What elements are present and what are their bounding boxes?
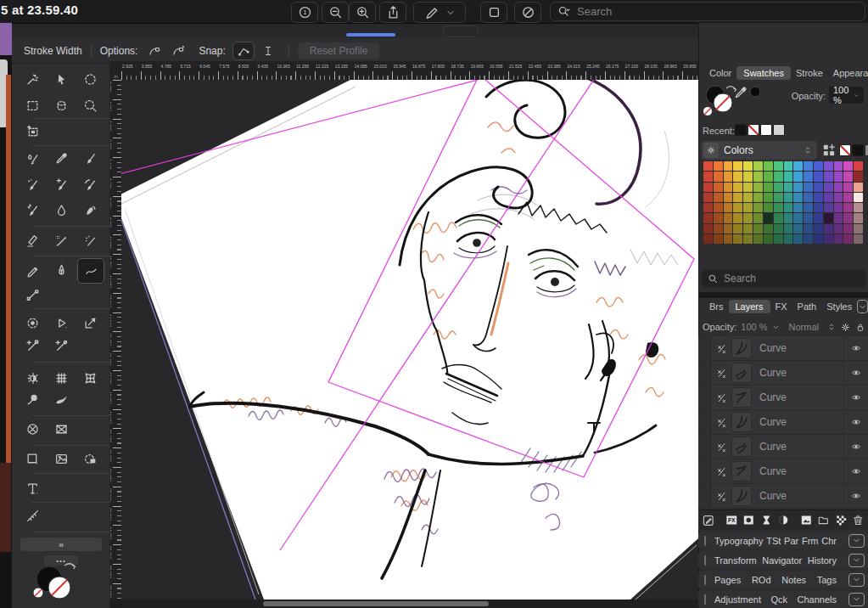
panel-tab-typography[interactable]: Typography — [714, 536, 763, 546]
swoosh-brush-tool[interactable] — [50, 388, 72, 410]
ellipse-marquee-tool[interactable] — [79, 68, 101, 90]
palette-swatch[interactable] — [784, 172, 793, 181]
palette-swatch[interactable] — [733, 193, 742, 202]
palette-swatch[interactable] — [854, 234, 863, 244]
adjustment-hourglass-button[interactable] — [760, 514, 773, 526]
palette-swatch[interactable] — [843, 203, 853, 212]
palette-swatch[interactable] — [764, 234, 773, 244]
measure-tool[interactable] — [21, 504, 43, 526]
palette-swatch[interactable] — [824, 161, 833, 171]
scatter-brush-tool[interactable] — [21, 173, 43, 195]
palette-swatch[interactable] — [743, 161, 753, 171]
palette-swatch[interactable] — [784, 161, 793, 171]
lock-icon[interactable] — [855, 322, 865, 333]
palette-swatch[interactable] — [793, 213, 803, 222]
add-swatch-button[interactable] — [821, 143, 837, 158]
snap-ibeam-button[interactable] — [258, 42, 278, 59]
palette-swatch[interactable] — [764, 224, 773, 234]
palette-swatch[interactable] — [774, 213, 783, 222]
palette-swatch[interactable] — [814, 193, 823, 202]
zoom-out-button[interactable] — [322, 2, 349, 23]
palette-swatch[interactable] — [753, 172, 763, 181]
palette-swatch[interactable] — [703, 203, 713, 212]
arc-brush-tool[interactable] — [79, 173, 101, 195]
convert-node-tool[interactable] — [50, 335, 72, 357]
palette-swatch[interactable] — [804, 183, 813, 192]
layer-thumbnail[interactable] — [731, 363, 752, 383]
layer-row[interactable]: Curve — [698, 361, 868, 386]
edit-layer-button[interactable] — [702, 514, 715, 527]
palette-swatch[interactable] — [774, 161, 783, 171]
palette-swatch[interactable] — [733, 213, 742, 222]
visibility-eye-icon[interactable] — [850, 417, 862, 427]
palette-swatch[interactable] — [854, 161, 863, 171]
blob-brush-tool[interactable] — [21, 388, 43, 410]
panel-tab-history[interactable]: History — [808, 555, 837, 566]
opacity-dropdown[interactable]: 100 % — [829, 87, 864, 104]
palette-swatch[interactable] — [733, 224, 742, 234]
palette-swatch[interactable] — [703, 234, 713, 244]
layer-thumbnail[interactable] — [731, 486, 752, 506]
layer-name[interactable]: Curve — [752, 441, 843, 453]
layer-visibility-toggle[interactable] — [843, 459, 868, 483]
search-input[interactable] — [575, 4, 791, 19]
palette-swatch[interactable] — [764, 193, 773, 202]
layer-name[interactable]: Curve — [752, 342, 843, 354]
palette-swatch[interactable] — [753, 203, 763, 212]
rect-marquee-tool[interactable] — [21, 94, 43, 116]
horizontal-ruler[interactable]: 2.9253.8554.7855.7156.6457.5758.5059.435… — [121, 61, 698, 80]
horizontal-scrollbar[interactable] — [121, 600, 698, 608]
palette-swatch[interactable] — [824, 203, 833, 212]
gear-icon[interactable] — [840, 322, 851, 333]
segment-tool[interactable] — [21, 284, 43, 306]
picked-color-dot[interactable] — [749, 86, 761, 98]
palette-swatch[interactable] — [753, 213, 763, 222]
palette-swatch[interactable] — [764, 183, 773, 192]
palette-swatch[interactable] — [703, 161, 713, 171]
panel-tab-chr[interactable]: Chr — [821, 536, 837, 546]
palette-swatch[interactable] — [854, 193, 863, 202]
visibility-eye-icon[interactable] — [850, 368, 862, 378]
palette-swatch[interactable] — [714, 193, 723, 202]
layer-name[interactable]: Curve — [752, 490, 843, 502]
palette-swatch[interactable] — [753, 183, 763, 192]
canvas-viewport[interactable] — [121, 80, 698, 600]
palette-swatch[interactable] — [814, 234, 823, 244]
smudge-tool[interactable] — [79, 199, 101, 221]
layer-thumbnail[interactable] — [731, 338, 752, 358]
pencil-tool[interactable] — [21, 259, 43, 281]
palette-swatch[interactable] — [784, 234, 793, 244]
layer-visibility-toggle[interactable] — [843, 386, 868, 409]
palette-swatch[interactable] — [843, 161, 853, 171]
panel-tab-adjustment[interactable]: Adjustment — [714, 594, 761, 605]
palette-swatch[interactable] — [703, 193, 713, 202]
palette-swatch[interactable] — [843, 213, 853, 222]
palette-swatch[interactable] — [824, 213, 833, 222]
palette-swatch[interactable] — [834, 183, 843, 192]
palette-swatch[interactable] — [834, 234, 843, 244]
palette-swatch[interactable] — [854, 213, 863, 222]
tab-stroke[interactable]: Stroke — [791, 66, 828, 80]
palette-swatch[interactable] — [714, 234, 723, 244]
palette-swatch[interactable] — [814, 213, 823, 222]
updown-icon[interactable] — [827, 322, 836, 332]
layers-opacity-value[interactable]: 100 % — [741, 322, 767, 332]
palette-swatch[interactable] — [703, 224, 713, 234]
share-button[interactable] — [379, 2, 406, 23]
layer-thumbnail[interactable] — [731, 387, 752, 408]
visibility-eye-icon[interactable] — [850, 466, 862, 476]
palette-swatch[interactable] — [834, 224, 843, 234]
palette-swatch[interactable] — [724, 224, 733, 234]
palette-swatch[interactable] — [714, 213, 723, 222]
hatch-brush-tool[interactable] — [50, 229, 72, 251]
palette-swatch[interactable] — [814, 183, 823, 192]
layer-thumbnail[interactable] — [731, 412, 752, 432]
cutout-tool[interactable] — [79, 448, 101, 470]
tab-appearance[interactable]: Appearance — [828, 66, 868, 80]
palette-swatch[interactable] — [724, 203, 733, 212]
palette-swatch[interactable] — [804, 161, 813, 171]
swatch[interactable] — [852, 144, 864, 156]
mesh-warp-tool[interactable] — [50, 367, 72, 389]
blur-tool[interactable] — [50, 199, 72, 221]
palette-swatch[interactable] — [774, 183, 783, 192]
